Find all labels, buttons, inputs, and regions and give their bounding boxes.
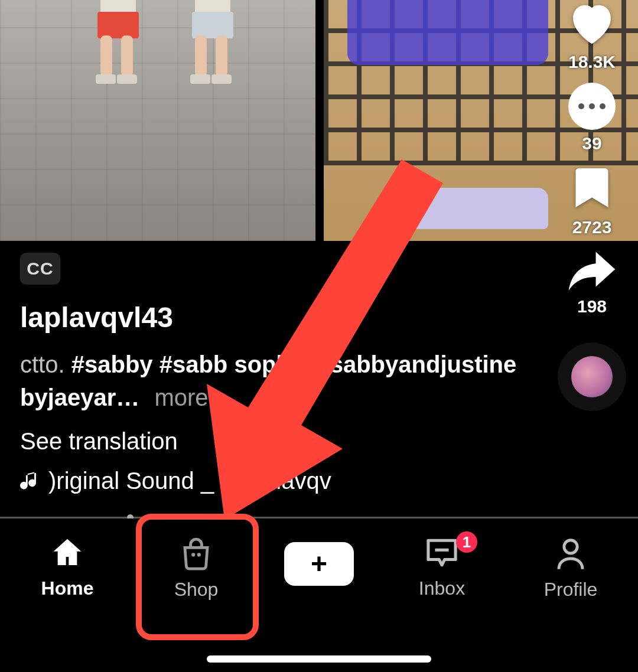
action-rail: 18.3K 39 2723 198 xyxy=(556,0,627,411)
inbox-icon xyxy=(424,536,460,572)
nav-shop[interactable]: Shop xyxy=(149,536,243,601)
nav-inbox[interactable]: 1 Inbox xyxy=(395,536,489,599)
person-figure xyxy=(83,0,154,100)
comment-icon xyxy=(568,83,616,130)
home-indicator xyxy=(207,655,431,663)
person-figure xyxy=(177,0,248,100)
caption-ctto: ctto. xyxy=(20,351,65,377)
see-translation[interactable]: See translation xyxy=(20,428,532,455)
bookmark-button[interactable]: 2723 xyxy=(572,164,612,237)
svg-point-2 xyxy=(197,553,201,556)
video-left-pane xyxy=(0,0,315,241)
comment-count: 39 xyxy=(582,133,601,154)
video-area[interactable] xyxy=(0,0,638,241)
svg-point-1 xyxy=(191,553,195,556)
shop-bag-icon xyxy=(178,536,214,573)
share-count: 198 xyxy=(577,296,607,317)
comment-button[interactable]: 39 xyxy=(568,83,616,154)
inbox-badge: 1 xyxy=(456,531,477,553)
sound-disc[interactable] xyxy=(558,342,626,411)
cc-badge[interactable]: CC xyxy=(20,253,60,285)
caption-more[interactable]: more xyxy=(154,384,208,410)
music-icon xyxy=(20,470,40,492)
username[interactable]: laplavqvl43 xyxy=(20,301,532,334)
like-count: 18.3K xyxy=(568,52,616,72)
bottom-nav: Home Shop + 1 Inbox xyxy=(0,518,638,672)
nav-create[interactable]: + xyxy=(278,536,360,586)
share-button[interactable]: 198 xyxy=(567,248,617,317)
caption-text[interactable]: ctto. #sabby #sabb sophia #sabbyandjusti… xyxy=(20,348,532,414)
profile-icon xyxy=(554,536,587,573)
create-button[interactable]: + xyxy=(284,542,354,586)
bookmark-count: 2723 xyxy=(572,217,612,237)
heart-icon xyxy=(567,0,617,48)
nav-home-label: Home xyxy=(41,578,94,599)
nav-shop-label: Shop xyxy=(174,579,219,601)
sound-title: )riginal Sound _ @laplavqv xyxy=(48,468,331,494)
like-button[interactable]: 18.3K xyxy=(567,0,617,72)
home-icon xyxy=(50,536,84,572)
caption-hashtags: #sabby #sabb sophia #sabbyandjustine byj… xyxy=(20,351,516,410)
plus-icon: + xyxy=(311,550,327,578)
nav-profile[interactable]: Profile xyxy=(523,536,618,601)
nav-profile-label: Profile xyxy=(544,579,598,601)
sound-row[interactable]: )riginal Sound _ @laplavqv xyxy=(20,468,532,494)
share-icon xyxy=(567,248,617,293)
caption-area: laplavqvl43 ctto. #sabby #sabb sophia #s… xyxy=(20,301,532,494)
nav-inbox-label: Inbox xyxy=(419,578,465,599)
nav-home[interactable]: Home xyxy=(20,536,115,599)
bookmark-icon xyxy=(572,164,611,214)
svg-point-4 xyxy=(564,540,577,553)
